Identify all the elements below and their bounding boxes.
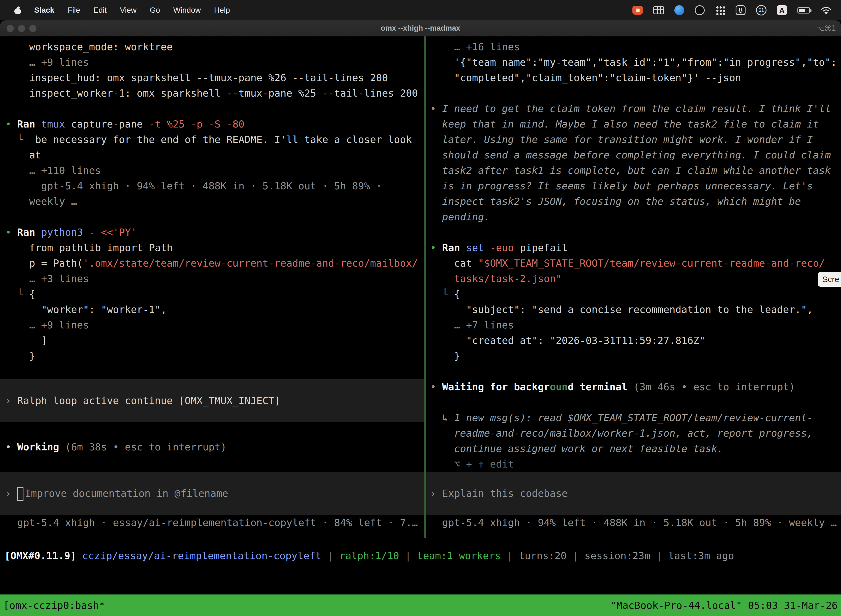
text-segment: Working [17, 441, 65, 453]
terminal-line: keep that in mind. Maybe I also need the… [426, 116, 841, 132]
menu-edit[interactable]: Edit [86, 0, 113, 21]
menu-go[interactable]: Go [143, 0, 167, 21]
text-segment: … +110 lines [5, 165, 101, 176]
app-menu-slack[interactable]: Slack [28, 0, 61, 21]
status-segment: ralph:1/10 [339, 550, 399, 561]
screen-share-notification[interactable]: Scre [818, 272, 841, 287]
text-segment: tasks/task-2.json" [430, 273, 562, 284]
text-segment: 1 new msg(s): read $OMX_TEAM_STATE_ROOT/… [454, 412, 813, 423]
text-segment: pipefail [520, 242, 568, 253]
input-prompt-band[interactable]: › Improve documentation in @filename [0, 472, 424, 515]
terminal-line: … +9 lines [0, 55, 424, 70]
text-segment: └ [430, 288, 454, 300]
text-segment: "worker": "worker-1", [5, 304, 167, 315]
input-source-icon[interactable]: A [777, 5, 787, 15]
text-segment: ⌥ + ↑ edit [430, 458, 514, 470]
status-segment: last:3m ago [668, 550, 734, 561]
omx-status-line: [OMX#0.11.9] cczip/essay/ai-reimplementa… [4, 548, 734, 563]
text-segment: workspace_mode: worktree [5, 41, 173, 53]
text-segment: "created_at": "2026-03-31T11:59:27.816Z" [430, 335, 705, 346]
text-segment: Improve documentation in @filename [25, 488, 228, 499]
text-segment: Ran [17, 227, 41, 238]
text-segment: (6m 38s • esc to interrupt) [65, 441, 227, 453]
text-segment: inspect_worker-1: omx sparkshell --tmux-… [5, 88, 418, 99]
battery-icon[interactable] [797, 7, 810, 13]
text-segment: gpt-5.4 xhigh · 94% left · 488K in · 5.1… [5, 180, 382, 192]
spacer [426, 364, 841, 379]
terminal-line: └ { [0, 286, 424, 302]
terminal-line: } [426, 348, 841, 364]
text-segment: be necessary for the end of the README. … [35, 134, 412, 145]
text-segment: weekly … [5, 196, 77, 207]
text-segment: I need to get the claim token from the c… [442, 103, 831, 114]
wifi-icon[interactable] [820, 6, 832, 14]
text-segment: Ran [17, 119, 41, 130]
screen-recording-indicator-icon[interactable] [632, 6, 643, 15]
terminal-pane-left[interactable]: workspace_mode: worktree … +9 lines insp… [0, 37, 424, 538]
menu-file[interactable]: File [61, 0, 86, 21]
zoom-button[interactable] [29, 25, 37, 32]
text-segment: ] [5, 335, 47, 346]
dots-grid-icon[interactable] [715, 5, 725, 15]
thinking-text: • I need to get the claim token from the… [426, 101, 841, 116]
menu-window[interactable]: Window [167, 0, 208, 21]
blue-app-icon[interactable] [674, 5, 684, 15]
text-segment: gpt-5.4 xhigh · essay/ai-reimplementatio… [5, 517, 418, 528]
status-segment: | [399, 550, 417, 561]
text-segment: … +3 lines [5, 273, 89, 284]
command-line: • Ran python3 - <<'PY' [0, 224, 424, 240]
mailbox-notice: ↳ 1 new msg(s): read $OMX_TEAM_STATE_ROO… [426, 410, 841, 425]
text-segment: -euo [490, 242, 520, 253]
terminal-line: task2 after task1 is complete, but can I… [426, 163, 841, 178]
terminal-line: pending. [426, 209, 841, 224]
minimize-button[interactable] [18, 25, 25, 32]
key-8-icon[interactable]: 8 [736, 5, 746, 15]
text-segment: is in progress? It seems likely but perh… [430, 180, 813, 192]
menu-help[interactable]: Help [208, 0, 237, 21]
terminal-line: at [0, 147, 424, 163]
grid-app-icon[interactable] [653, 6, 664, 14]
text-segment: • [5, 441, 17, 453]
terminal-line: … +7 lines [426, 317, 841, 333]
text-segment: • [430, 381, 442, 392]
battery-gauge-icon[interactable]: 61 [756, 5, 766, 15]
status-segment: cczip/essay/ai-reimplementation-copyleft [82, 550, 321, 561]
text-cursor [17, 487, 23, 501]
menu-view[interactable]: View [113, 0, 143, 21]
text-segment: ↳ [430, 412, 454, 423]
text-segment: inspect task2's JSON, focusing on the st… [430, 196, 801, 207]
battery-fill [799, 9, 805, 12]
tmux-session-label: [omx-cczip0:bash* [3, 600, 105, 611]
window-shortcut-hint: ⌥⌘1 [816, 24, 836, 32]
text-segment: task2 after task1 is complete, but can I… [430, 165, 831, 176]
terminal-line: "subject": "send a concise recommendatio… [426, 302, 841, 317]
terminal-pane-right[interactable]: … +16 lines '{"team_name":"my-team","tas… [426, 37, 841, 538]
status-segment: | [501, 550, 519, 561]
text-segment: inspect_hud: omx sparkshell --tmux-pane … [5, 72, 388, 84]
status-segment [76, 550, 82, 561]
terminal-line: is in progress? It seems likely but perh… [426, 178, 841, 194]
ralph-loop-prompt-band[interactable]: › Ralph loop active continue [OMX_TMUX_I… [0, 379, 424, 422]
text-segment: } [5, 350, 35, 362]
spacer [426, 224, 841, 240]
text-segment: - [89, 227, 101, 238]
text-segment: capture-pane [71, 119, 149, 130]
text-segment: └ [5, 288, 29, 300]
text-segment: Waiting for backgr [442, 381, 549, 392]
terminal-line: … +16 lines [426, 39, 841, 55]
close-button[interactable] [7, 25, 14, 32]
dark-app-icon[interactable] [695, 5, 705, 15]
spacer [426, 395, 841, 410]
text-segment: … +9 lines [5, 57, 89, 68]
pane-status: gpt-5.4 xhigh · 94% left · 488K in · 5.1… [426, 515, 841, 531]
text-segment: "completed","claim_token":"claim-token"}… [430, 72, 741, 84]
terminal-line: inspect_hud: omx sparkshell --tmux-pane … [0, 70, 424, 85]
text-segment: Ran [442, 242, 466, 253]
text-segment: { [454, 288, 460, 300]
text-segment: oun [550, 381, 568, 392]
window-titlebar[interactable]: omx --xhigh --madmax ⌥⌘1 [0, 21, 841, 37]
text-segment: '.omx/state/team/review-current-readme-a… [83, 258, 418, 269]
terminal-line: inspect_worker-1: omx sparkshell --tmux-… [0, 85, 424, 101]
apple-menu[interactable] [8, 0, 28, 21]
input-prompt-band[interactable]: › Explain this codebase [426, 472, 841, 515]
